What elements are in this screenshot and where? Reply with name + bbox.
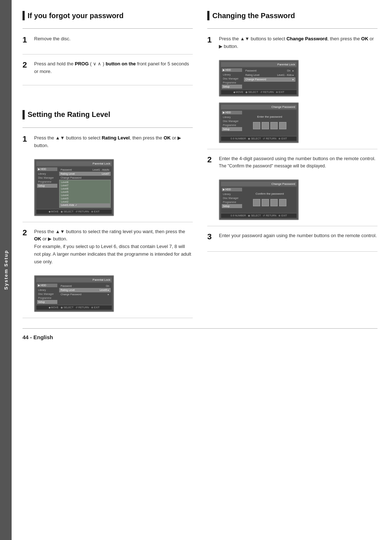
divider-r2 <box>23 318 193 318</box>
screen-nav-conf: ▶ HDD Library Disc Manager Programme Set… <box>221 187 243 213</box>
section-bar-2 <box>23 110 25 119</box>
right-column: Changing the Password 1 Press the ▲▼ but… <box>207 11 377 321</box>
nav-programme-ep: Programme <box>222 123 242 127</box>
pwd-box-2 <box>262 122 269 129</box>
confirm-pwd-label: Confirm the password <box>256 192 284 195</box>
step-forgot-1: 1 Remove the disc. <box>23 32 193 48</box>
pwd-box-4 <box>279 122 286 129</box>
drop-level2: Level2 <box>60 200 110 203</box>
pwd-boxes-confirm <box>253 199 286 206</box>
hdd-label-2: ▶ HDD <box>37 284 57 287</box>
screen-nav-cp1: ▶ HDD Library Disc Manager Programme Set… <box>221 68 243 89</box>
screen-footer-r1: ◆ MOVE ◉ SELECT ↺ RETURN ⊗ EXIT <box>36 210 112 214</box>
forgot-password-title: If you forgot your password <box>28 12 123 20</box>
pwd-box-3 <box>270 122 278 129</box>
screen-title-bar-conf: Change Password <box>221 182 297 186</box>
menu-password: PasswordLevel1 - Adults <box>59 168 111 172</box>
hdd-label-cp1: ▶ HDD <box>222 68 242 72</box>
step-number-2: 2 <box>23 60 30 76</box>
sidebar-label: System Setup <box>3 250 9 290</box>
screen-main-r2: PasswordOn Rating LevelLevel6 ▸ Change P… <box>58 283 112 305</box>
nav-programme-conf: Programme <box>222 200 242 204</box>
section-change-pwd-heading: Changing the Password <box>207 11 377 20</box>
drop-level4: Level4 <box>60 194 110 197</box>
nav-setup-ep: Setup <box>222 127 242 131</box>
divider-cp2 <box>207 226 377 226</box>
screen-main-ep: Enter the password <box>243 110 297 136</box>
conf-box-2 <box>262 199 269 206</box>
drop-level3: Level3 <box>60 197 110 200</box>
menu-rating-level-2: Rating LevelLevel6 ▸ <box>59 288 111 292</box>
screen-inner-r2: ▶ HDD Library Disc Manager Programme Set… <box>36 283 112 305</box>
screen-changepwd-1: Parental Lock ▶ HDD Library Disc Manager… <box>219 60 299 97</box>
divider-r <box>207 28 377 29</box>
page-footer: 44 - English <box>23 328 377 340</box>
step-changepwd-1: 1 Press the ▲▼ buttons to select Change … <box>207 32 377 53</box>
two-column-layout: If you forgot your password 1 Remove the… <box>23 11 377 321</box>
conf-box-1 <box>253 199 260 206</box>
drop-level8: Level8 <box>60 180 110 184</box>
hdd-label: ▶ HDD <box>37 167 57 171</box>
main-content: If you forgot your password 1 Remove the… <box>12 0 392 540</box>
nav-setup-conf: Setup <box>222 204 242 208</box>
divider-3 <box>23 127 193 128</box>
screen-footer-ep: 0-9 NUMBER ◉ SELECT ↺ RETURN ⊗ EXIT <box>221 137 297 141</box>
divider-cp1 <box>207 149 377 149</box>
drop-level6: Level6 <box>60 187 110 190</box>
divider-r1 <box>23 222 193 222</box>
page-number: 44 - English <box>23 334 53 340</box>
hdd-label-ep: ▶ HDD <box>222 111 242 114</box>
menu-rating-level: Rating LevelLevel7 <box>59 172 111 176</box>
screen-title-bar-r1: Parental Lock <box>36 161 112 166</box>
nav-disc-conf: Disc Manager <box>222 196 242 200</box>
drop-level1: Level1-Kids ✓ <box>60 203 110 207</box>
section-bar <box>23 11 25 20</box>
screen-footer-conf: 0-9 NUMBER ◉ SELECT ↺ RETURN ⊗ EXIT <box>221 214 297 218</box>
nav-library-cp1: Library <box>222 73 242 77</box>
divider-step2 <box>23 85 193 85</box>
step-number-cp1: 1 <box>207 35 215 50</box>
nav-library-conf: Library <box>222 192 242 196</box>
screen-rating-1: Parental Lock ▶ HDD Library Disc Manager… <box>34 159 114 216</box>
menu-rating-cp1: Rating LevelLevel1 - Kids ▸ <box>244 73 295 77</box>
screen-inner-ep: ▶ HDD Library Disc Manager Programme Set… <box>221 110 297 136</box>
menu-password-cp1: PasswordOn ▸ <box>244 69 295 73</box>
nav-library-ep: Library <box>222 115 242 119</box>
menu-change-pwd-2: Change Password▸ <box>59 292 111 297</box>
screen-title-bar-r2: Parental Lock <box>36 277 112 282</box>
nav-library: Library <box>37 172 57 176</box>
side-tab: System Setup <box>0 0 12 540</box>
left-column: If you forgot your password 1 Remove the… <box>23 11 193 321</box>
screen-inner-r1: ▶ HDD Library Disc Manager Programme Set… <box>36 167 112 209</box>
step-rating-1: 1 Press the ▲▼ buttons to select Rating … <box>23 131 193 153</box>
step-content-r2: Press the ▲▼ buttons to select the ratin… <box>34 228 193 266</box>
step-changepwd-2: 2 Enter the 4-digit password using the n… <box>207 152 377 173</box>
screen-nav-r2: ▶ HDD Library Disc Manager Programme Set… <box>36 283 58 305</box>
step-number-cp2: 2 <box>207 155 215 170</box>
menu-changepwd-cp1: Change Password▸ <box>244 77 295 82</box>
screen-enter-pwd: Change Password ▶ HDD Library Disc Manag… <box>219 102 299 143</box>
nav-programme: Programme <box>37 180 57 184</box>
nav-programme-2: Programme <box>37 296 57 300</box>
divider-step1 <box>23 54 193 54</box>
step-rating-2: 2 Press the ▲▼ buttons to select the rat… <box>23 225 193 269</box>
screen-rating-2: Parental Lock ▶ HDD Library Disc Manager… <box>34 275 114 312</box>
step-number-cp3: 3 <box>207 232 215 241</box>
rating-title: Setting the Rating Level <box>28 110 110 119</box>
page-container: System Setup If you forgot your password… <box>0 0 392 540</box>
screen-title-bar-cp1: Parental Lock <box>221 62 297 67</box>
nav-disc-ep: Disc Manager <box>222 119 242 123</box>
conf-box-3 <box>270 199 278 206</box>
screen-inner-cp1: ▶ HDD Library Disc Manager Programme Set… <box>221 68 297 89</box>
step-content-cp3: Enter your password again using the numb… <box>219 232 377 241</box>
confirm-note: The "Confirm the password" message will … <box>219 163 326 169</box>
pwd-boxes-enter <box>253 122 286 129</box>
drop-level5: Level5 <box>60 190 110 194</box>
screen-footer-r2: ◆ MOVE ◉ SELECT ↺ RETURN ⊗ EXIT <box>36 305 112 310</box>
nav-disc-cp1: Disc Manager <box>222 77 242 81</box>
screen-nav-ep: ▶ HDD Library Disc Manager Programme Set… <box>221 110 243 136</box>
nav-disc-2: Disc Manager <box>37 292 57 296</box>
pwd-box-1 <box>253 122 260 129</box>
step-content-cp1: Press the ▲▼ buttons to select Change Pa… <box>219 35 377 50</box>
divider-1 <box>23 28 193 29</box>
